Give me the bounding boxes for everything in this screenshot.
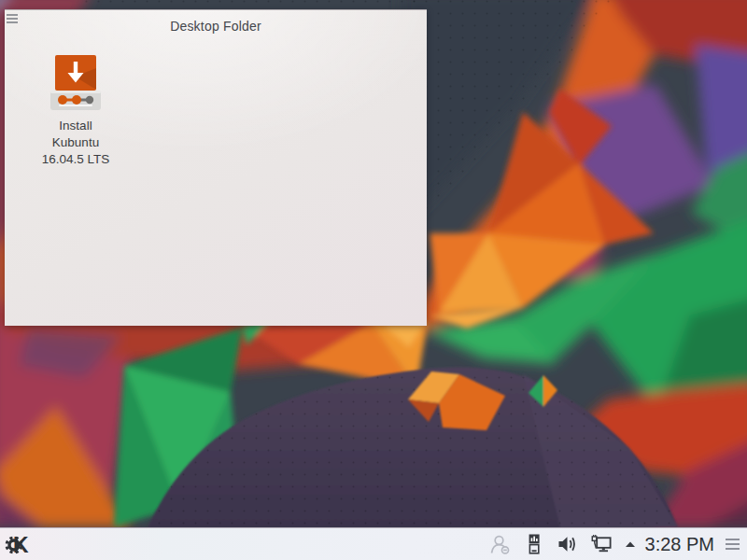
install-kubuntu-label: Install Kubuntu 16.04.5 LTS [41, 118, 110, 168]
folder-widget-title: Desktop Folder [5, 19, 427, 34]
user-switcher-icon[interactable] [488, 532, 513, 556]
installer-icon [49, 51, 102, 111]
system-tray [488, 532, 638, 556]
volume-icon[interactable] [556, 532, 580, 556]
svg-text:K: K [13, 533, 29, 557]
network-icon[interactable] [589, 532, 613, 556]
device-notifier-icon[interactable] [522, 532, 546, 556]
kde-logo-icon: K [4, 530, 34, 558]
desktop-folder-widget: Desktop Folder Install Kubuntu 16.04.5 L… [5, 9, 427, 326]
panel-toolbox-icon[interactable] [726, 536, 740, 553]
expand-tray-icon[interactable] [623, 532, 638, 556]
install-kubuntu-icon[interactable]: Install Kubuntu 16.04.5 LTS [41, 51, 110, 168]
desktop: Desktop Folder Install Kubuntu 16.04.5 L… [0, 0, 747, 560]
taskbar-panel: K [0, 527, 747, 560]
application-launcher-button[interactable]: K [4, 530, 34, 558]
digital-clock[interactable]: 3:28 PM [645, 534, 714, 555]
